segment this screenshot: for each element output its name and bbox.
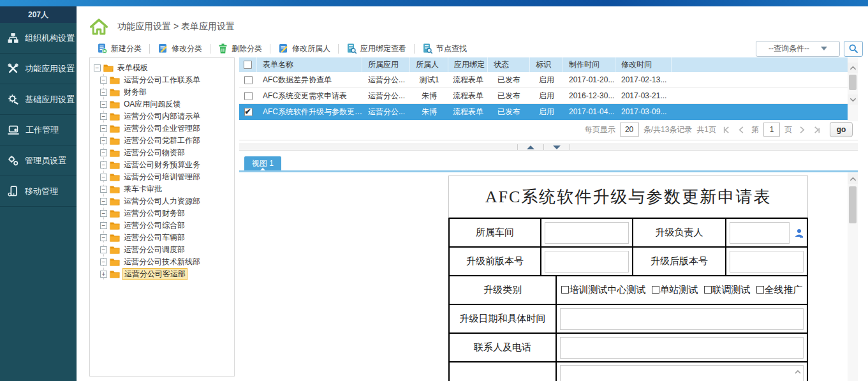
sidebar-item-work-management[interactable]: 工作管理 (0, 115, 77, 146)
version-before-input[interactable] (545, 251, 629, 273)
tree-toggle-icon[interactable]: − (100, 174, 107, 181)
checkbox-full-line-rollout[interactable] (756, 286, 764, 294)
sidebar-item-org-settings[interactable]: 组织机构设置 (0, 23, 77, 54)
panel-splitter[interactable] (239, 144, 858, 151)
workshop-input[interactable] (545, 222, 629, 244)
checkbox-single-station-test[interactable] (652, 286, 659, 294)
tree-toggle-icon[interactable]: − (100, 137, 107, 144)
tree-item[interactable]: +运营分公司客运部 (100, 268, 232, 280)
tree-item[interactable]: −运营分公司企业管理部 (100, 123, 232, 135)
tree-item[interactable]: −运营公司财务预算业务 (100, 159, 232, 171)
tree-toggle-icon[interactable]: − (100, 113, 107, 120)
upgrade-location-textarea[interactable] (560, 365, 804, 381)
search-button[interactable] (844, 41, 863, 57)
prev-page-icon[interactable] (736, 126, 747, 134)
edit-category-button[interactable]: 修改分类 (150, 41, 210, 56)
person-picker-icon[interactable] (795, 228, 804, 238)
tree-item[interactable]: −OA应用问题反馈 (100, 98, 232, 110)
scroll-thumb[interactable] (849, 75, 857, 90)
table-scrollbar[interactable] (848, 57, 858, 121)
main-content: 功能应用设置 > 表单应用设置 新建分类 (77, 6, 868, 381)
tree-item[interactable]: −运营分公司工作联系单 (100, 74, 232, 86)
change-owner-button[interactable]: 修改所属人 (270, 41, 338, 56)
tree-toggle-icon[interactable]: − (100, 77, 107, 84)
sidebar-item-basic-settings[interactable]: 基础应用设置 (0, 84, 77, 115)
delete-category-button[interactable]: 删除分类 (210, 41, 270, 56)
version-after-input[interactable] (730, 251, 804, 273)
tree-item[interactable]: −运营分公司物资部 (100, 147, 232, 159)
tree-item[interactable]: −运营分公司综合部 (100, 220, 232, 232)
tree-toggle-icon[interactable]: + (100, 271, 107, 278)
row-checkbox[interactable] (244, 92, 253, 100)
new-category-button[interactable]: 新建分类 (89, 41, 149, 56)
tree-toggle-icon[interactable]: − (100, 234, 107, 241)
sidebar-item-function-settings[interactable]: 功能应用设置 (0, 54, 77, 84)
upgrade-manager-input[interactable] (730, 222, 790, 244)
scroll-up-icon[interactable] (795, 370, 801, 375)
column-header[interactable]: 所属人 (410, 57, 448, 72)
column-header[interactable]: 状态 (488, 57, 530, 72)
tree-item[interactable]: −运营分公司内部请示单 (100, 110, 232, 123)
tree-item[interactable]: −财务部 (100, 86, 232, 98)
tree-toggle-icon[interactable]: − (100, 246, 107, 253)
scroll-up-icon[interactable] (848, 174, 858, 184)
column-header[interactable]: 标识 (530, 57, 563, 72)
tree-item[interactable]: −运营分公司培训管理部 (100, 171, 232, 183)
tree-item[interactable]: −运营分公司人力资源部 (100, 195, 232, 207)
contact-phone-input[interactable] (560, 337, 804, 359)
table-row[interactable]: AFC系统软件升级与参数更新... 运营分公... 朱博 流程表单 已发布 启用… (239, 104, 858, 120)
tree-item[interactable]: −运营分公司技术新线部 (100, 256, 232, 268)
column-header[interactable]: 制作时间 (563, 57, 615, 72)
scroll-down-icon[interactable] (848, 94, 858, 105)
tree-toggle-icon[interactable]: − (100, 222, 107, 229)
tab-view-1[interactable]: 视图 1 (244, 156, 281, 170)
tree-toggle-icon[interactable]: − (100, 186, 107, 193)
tree-item[interactable]: −运营分公司党群工作部 (100, 135, 232, 147)
collapse-down-icon[interactable] (553, 146, 561, 149)
row-checkbox[interactable] (244, 108, 253, 116)
node-search-button[interactable]: 节点查找 (415, 41, 474, 56)
last-page-icon[interactable] (812, 126, 823, 134)
tree-root[interactable]: − 表单模板 (94, 62, 232, 74)
column-header[interactable]: 应用绑定 (448, 57, 488, 72)
tree-toggle-icon[interactable]: − (100, 149, 107, 156)
folder-icon (110, 112, 120, 121)
query-condition-select[interactable]: --查询条件-- (756, 41, 840, 57)
sidebar-item-admin-settings[interactable]: 管理员设置 (0, 146, 77, 176)
app-binding-view-button[interactable]: 应用绑定查看 (339, 41, 414, 56)
tree-item[interactable]: −运营分公司调度部 (100, 244, 232, 256)
column-header[interactable]: 表单名称 (257, 57, 362, 72)
tree-item[interactable]: −运营分公司财务部 (100, 207, 232, 220)
row-checkbox[interactable] (244, 76, 253, 84)
tree-toggle-icon[interactable]: − (100, 125, 107, 132)
collapse-up-icon[interactable] (527, 146, 534, 149)
tree-toggle-icon[interactable]: − (100, 101, 107, 108)
checkbox-training-center-test[interactable] (561, 286, 569, 294)
sidebar-item-mobile-management[interactable]: 移动管理 (0, 176, 77, 207)
tree-item[interactable]: −乘车卡审批 (100, 183, 232, 195)
select-all-checkbox[interactable] (244, 61, 252, 69)
go-button[interactable]: go (830, 122, 853, 137)
table-row[interactable]: AFC系统变更需求申请表 运营分公... 朱博 流程表单 已发布 启用 2016… (239, 88, 858, 104)
scroll-up-icon[interactable] (848, 63, 858, 73)
column-header[interactable]: 修改时间 (615, 57, 672, 72)
next-page-icon[interactable] (797, 126, 807, 134)
tree-toggle-icon[interactable]: − (100, 210, 107, 217)
checkbox-joint-test[interactable] (704, 286, 712, 294)
page-number-input[interactable] (763, 123, 780, 137)
per-page-input[interactable] (620, 123, 639, 137)
tree-toggle-icon[interactable]: − (100, 258, 107, 265)
upgrade-datetime-input[interactable] (560, 308, 804, 330)
tree-item[interactable]: −运营分公司车辆部 (100, 232, 232, 244)
tree-toggle-icon[interactable]: − (100, 89, 107, 96)
column-header[interactable]: 所属应用 (362, 57, 410, 72)
table-row[interactable]: AFC数据差异协查单 运营分公... 测试1 流程表单 已发布 启用 2017-… (239, 72, 858, 88)
home-icon[interactable] (89, 18, 108, 36)
form-scrollbar[interactable] (848, 172, 858, 381)
scroll-thumb[interactable] (849, 186, 857, 223)
tree-toggle-icon[interactable]: − (100, 161, 107, 168)
cell-modified: 2017-03-21... (615, 91, 672, 100)
tree-toggle-icon[interactable]: − (94, 64, 101, 71)
tree-toggle-icon[interactable]: − (100, 198, 107, 205)
first-page-icon[interactable] (721, 126, 732, 134)
